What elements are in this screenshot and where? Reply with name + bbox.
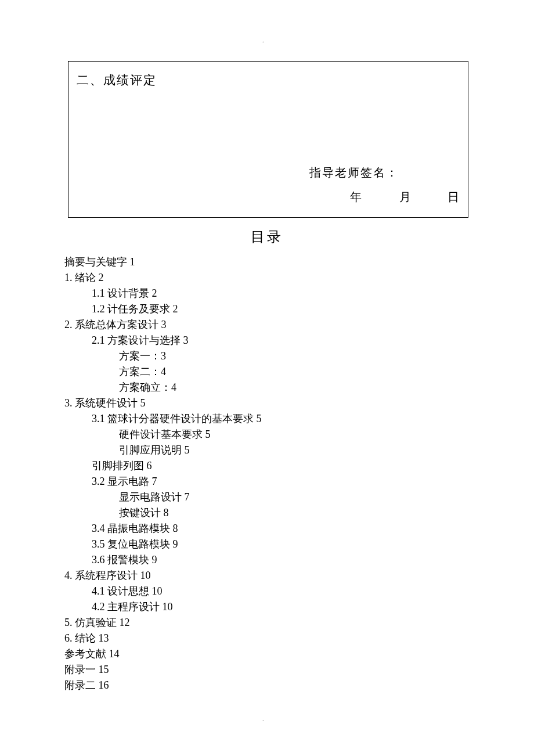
toc-item: 2. 系统总体方案设计 3: [64, 317, 471, 333]
date-line: 年 月 日: [309, 189, 460, 205]
page-mark-bottom: .: [262, 716, 264, 722]
date-year-label: 年: [309, 189, 362, 205]
toc-list: 摘要与关键字 11. 绪论 21.1 设计背景 21.2 计任务及要求 22. …: [64, 254, 471, 693]
toc-item: 3. 系统硬件设计 5: [64, 395, 471, 411]
toc-item: 6. 结论 13: [64, 631, 471, 646]
page-mark-top: .: [262, 37, 264, 44]
toc-item: 1.1 设计背景 2: [64, 286, 471, 301]
toc-item: 按键设计 8: [64, 505, 471, 521]
grade-box: 二、成绩评定 指导老师签名： 年 月 日: [68, 61, 468, 218]
toc-item: 引脚应用说明 5: [64, 442, 471, 458]
toc-item: 1. 绪论 2: [64, 270, 471, 286]
toc-item: 3.5 复位电路模块 9: [64, 537, 471, 552]
toc-item: 5. 仿真验证 12: [64, 615, 471, 631]
date-day-label: 日: [414, 189, 459, 205]
toc-item: 3.1 篮球计分器硬件设计的基本要求 5: [64, 411, 471, 427]
toc-item: 硬件设计基本要求 5: [64, 427, 471, 442]
grade-title: 二、成绩评定: [77, 72, 460, 88]
toc-item: 方案确立：4: [64, 380, 471, 395]
date-month-label: 月: [365, 189, 411, 205]
toc-item: 方案二：4: [64, 364, 471, 380]
toc-item: 3.2 显示电路 7: [64, 474, 471, 489]
toc-heading: 目录: [0, 228, 534, 246]
signature-label: 指导老师签名：: [309, 165, 460, 181]
toc-item: 4. 系统程序设计 10: [64, 568, 471, 584]
toc-item: 2.1 方案设计与选择 3: [64, 333, 471, 348]
toc-item: 显示电路设计 7: [64, 489, 471, 505]
toc-item: 3.6 报警模块 9: [64, 552, 471, 568]
toc-item: 附录二 16: [64, 678, 471, 693]
toc-item: 3.4 晶振电路模块 8: [64, 521, 471, 537]
toc-item: 4.1 设计思想 10: [64, 584, 471, 599]
toc-item: 方案一：3: [64, 348, 471, 364]
toc-item: 参考文献 14: [64, 646, 471, 662]
toc-item: 附录一 15: [64, 662, 471, 678]
toc-item: 1.2 计任务及要求 2: [64, 301, 471, 317]
toc-item: 引脚排列图 6: [64, 458, 471, 474]
toc-item: 摘要与关键字 1: [64, 254, 471, 270]
toc-item: 4.2 主程序设计 10: [64, 599, 471, 615]
